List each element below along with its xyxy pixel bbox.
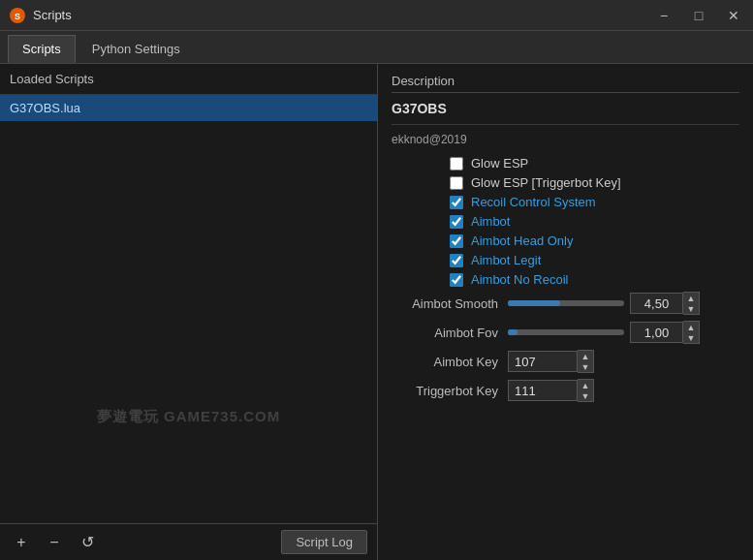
triggerbot-key-spinner: 111 ▲ ▼ (508, 379, 594, 402)
aimbot-fov-row: Aimbot Fov 1,00 ▲ ▼ (392, 321, 739, 344)
script-item[interactable]: G37OBS.lua (0, 95, 377, 121)
aimbot-smooth-arrows: ▲ ▼ (683, 292, 700, 315)
left-toolbar: + − ↺ Script Log (0, 523, 377, 560)
aimbot-fov-label: Aimbot Fov (392, 326, 498, 340)
title-bar: S Scripts − □ ✕ (0, 0, 753, 31)
checkbox-aimbot[interactable] (450, 215, 463, 229)
aimbot-fov-slider[interactable] (508, 329, 624, 335)
tab-bar: Scripts Python Settings (0, 31, 753, 64)
aimbot-fov-spinner: 1,00 ▲ ▼ (630, 321, 700, 344)
checkbox-aimbot-head[interactable] (450, 234, 463, 248)
triggerbot-key-arrows: ▲ ▼ (578, 379, 594, 402)
aimbot-key-value[interactable]: 107 (508, 351, 578, 372)
triggerbot-key-row: Triggerbot Key 111 ▲ ▼ (392, 379, 739, 402)
aimbot-smooth-down[interactable]: ▼ (683, 303, 699, 314)
script-title: G37OBS (392, 101, 739, 116)
script-log-button[interactable]: Script Log (281, 530, 367, 554)
checkbox-aimbot-norecoil[interactable] (450, 273, 463, 287)
aimbot-key-row: Aimbot Key 107 ▲ ▼ (392, 350, 739, 373)
tab-python-settings[interactable]: Python Settings (78, 35, 195, 63)
checkbox-row-aimbot: Aimbot (392, 214, 739, 229)
remove-script-button[interactable]: − (43, 531, 66, 554)
checkbox-recoil-control[interactable] (450, 196, 463, 209)
script-author: ekknod@2019 (392, 133, 739, 146)
checkbox-row-aimbot-head: Aimbot Head Only (392, 233, 739, 248)
checkbox-label-aimbot-head: Aimbot Head Only (471, 233, 574, 248)
left-panel: Loaded Scripts G37OBS.lua 夢遊電玩 GAME735.C… (0, 64, 378, 560)
watermark-area: 夢遊電玩 GAME735.COM (0, 309, 377, 523)
checkbox-aimbot-legit[interactable] (450, 254, 463, 267)
right-panel: Description G37OBS ekknod@2019 Glow ESP … (378, 64, 753, 560)
checkbox-label-aimbot: Aimbot (471, 214, 510, 229)
aimbot-fov-up[interactable]: ▲ (683, 322, 699, 332)
aimbot-smooth-label: Aimbot Smooth (392, 296, 498, 311)
triggerbot-key-label: Triggerbot Key (392, 384, 498, 398)
checkbox-row-recoil-control: Recoil Control System (392, 195, 739, 209)
checkbox-glow-esp-trigger[interactable] (450, 176, 463, 190)
minimize-button[interactable]: − (654, 6, 674, 25)
checkbox-label-aimbot-legit: Aimbot Legit (471, 253, 541, 267)
watermark-text: 夢遊電玩 GAME735.COM (97, 407, 280, 425)
checkbox-glow-esp[interactable] (450, 157, 463, 171)
checkbox-row-aimbot-legit: Aimbot Legit (392, 253, 739, 267)
window-controls: − □ ✕ (654, 6, 743, 25)
triggerbot-key-down[interactable]: ▼ (578, 390, 593, 401)
checkbox-label-glow-esp-trigger: Glow ESP [Triggerbot Key] (471, 175, 621, 190)
aimbot-key-label: Aimbot Key (392, 355, 498, 369)
divider (392, 124, 739, 125)
triggerbot-key-up[interactable]: ▲ (578, 380, 593, 390)
aimbot-smooth-fill (508, 300, 560, 306)
aimbot-key-spinner: 107 ▲ ▼ (508, 350, 594, 373)
add-script-button[interactable]: + (10, 531, 33, 554)
checkbox-label-glow-esp: Glow ESP (471, 156, 528, 171)
triggerbot-key-value[interactable]: 111 (508, 380, 578, 401)
maximize-button[interactable]: □ (689, 6, 708, 25)
checkbox-row-aimbot-norecoil: Aimbot No Recoil (392, 272, 739, 287)
aimbot-smooth-value[interactable]: 4,50 (630, 293, 683, 314)
aimbot-smooth-up[interactable]: ▲ (683, 293, 699, 303)
refresh-scripts-button[interactable]: ↺ (76, 531, 99, 554)
aimbot-fov-fill (508, 329, 518, 335)
tab-scripts[interactable]: Scripts (8, 35, 76, 63)
aimbot-smooth-spinner: 4,50 ▲ ▼ (630, 292, 700, 315)
scripts-list: G37OBS.lua (0, 95, 377, 309)
aimbot-smooth-slider[interactable] (508, 300, 624, 306)
aimbot-key-up[interactable]: ▲ (578, 351, 593, 361)
aimbot-smooth-row: Aimbot Smooth 4,50 ▲ ▼ (392, 292, 739, 315)
svg-text:S: S (15, 12, 20, 21)
aimbot-key-down[interactable]: ▼ (578, 361, 593, 372)
close-window-button[interactable]: ✕ (724, 6, 743, 25)
aimbot-key-arrows: ▲ ▼ (578, 350, 594, 373)
checkbox-label-recoil-control: Recoil Control System (471, 195, 596, 209)
checkbox-row-glow-esp: Glow ESP (392, 156, 739, 171)
loaded-scripts-header: Loaded Scripts (0, 64, 377, 95)
checkbox-label-aimbot-norecoil: Aimbot No Recoil (471, 272, 568, 287)
aimbot-fov-value[interactable]: 1,00 (630, 322, 683, 343)
window-title: Scripts (33, 8, 654, 22)
app-icon: S (10, 8, 25, 23)
main-content: Loaded Scripts G37OBS.lua 夢遊電玩 GAME735.C… (0, 64, 753, 560)
description-header: Description (392, 74, 739, 93)
aimbot-fov-arrows: ▲ ▼ (683, 321, 700, 344)
aimbot-fov-down[interactable]: ▼ (683, 332, 699, 343)
checkbox-row-glow-esp-trigger: Glow ESP [Triggerbot Key] (392, 175, 739, 190)
